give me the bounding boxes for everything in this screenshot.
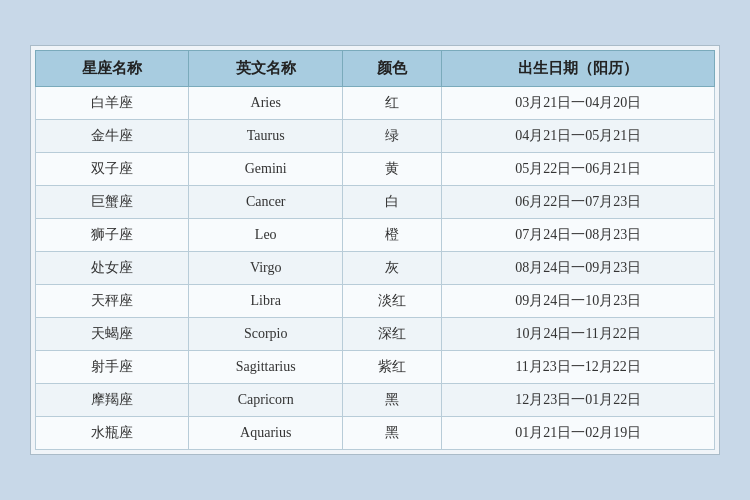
table-cell-7-3: 10月24日一11月22日 — [442, 318, 715, 351]
table-cell-7-0: 天蝎座 — [36, 318, 189, 351]
table-cell-2-2: 黄 — [342, 153, 441, 186]
table-cell-6-2: 淡红 — [342, 285, 441, 318]
table-cell-4-0: 狮子座 — [36, 219, 189, 252]
table-cell-0-1: Aries — [189, 87, 342, 120]
table-cell-10-0: 水瓶座 — [36, 417, 189, 450]
table-cell-5-2: 灰 — [342, 252, 441, 285]
table-header-row: 星座名称英文名称颜色出生日期（阳历） — [36, 51, 715, 87]
table-cell-10-3: 01月21日一02月19日 — [442, 417, 715, 450]
table-cell-8-0: 射手座 — [36, 351, 189, 384]
table-row: 射手座Sagittarius紫红11月23日一12月22日 — [36, 351, 715, 384]
table-cell-2-3: 05月22日一06月21日 — [442, 153, 715, 186]
table-cell-3-0: 巨蟹座 — [36, 186, 189, 219]
table-cell-4-3: 07月24日一08月23日 — [442, 219, 715, 252]
table-cell-7-2: 深红 — [342, 318, 441, 351]
table-cell-6-0: 天秤座 — [36, 285, 189, 318]
table-cell-6-3: 09月24日一10月23日 — [442, 285, 715, 318]
table-cell-1-3: 04月21日一05月21日 — [442, 120, 715, 153]
table-cell-9-1: Capricorn — [189, 384, 342, 417]
table-cell-6-1: Libra — [189, 285, 342, 318]
table-cell-8-2: 紫红 — [342, 351, 441, 384]
table-cell-0-3: 03月21日一04月20日 — [442, 87, 715, 120]
col-header-3: 出生日期（阳历） — [442, 51, 715, 87]
table-row: 水瓶座Aquarius黑01月21日一02月19日 — [36, 417, 715, 450]
table-row: 巨蟹座Cancer白06月22日一07月23日 — [36, 186, 715, 219]
table-cell-1-1: Taurus — [189, 120, 342, 153]
col-header-2: 颜色 — [342, 51, 441, 87]
table-cell-4-1: Leo — [189, 219, 342, 252]
col-header-1: 英文名称 — [189, 51, 342, 87]
table-cell-5-0: 处女座 — [36, 252, 189, 285]
table-row: 狮子座Leo橙07月24日一08月23日 — [36, 219, 715, 252]
table-cell-2-1: Gemini — [189, 153, 342, 186]
table-cell-10-1: Aquarius — [189, 417, 342, 450]
table-cell-9-3: 12月23日一01月22日 — [442, 384, 715, 417]
table-cell-10-2: 黑 — [342, 417, 441, 450]
table-cell-2-0: 双子座 — [36, 153, 189, 186]
zodiac-table-container: 星座名称英文名称颜色出生日期（阳历） 白羊座Aries红03月21日一04月20… — [30, 45, 720, 455]
table-row: 处女座Virgo灰08月24日一09月23日 — [36, 252, 715, 285]
table-row: 白羊座Aries红03月21日一04月20日 — [36, 87, 715, 120]
table-row: 金牛座Taurus绿04月21日一05月21日 — [36, 120, 715, 153]
col-header-0: 星座名称 — [36, 51, 189, 87]
table-cell-5-1: Virgo — [189, 252, 342, 285]
zodiac-table: 星座名称英文名称颜色出生日期（阳历） 白羊座Aries红03月21日一04月20… — [35, 50, 715, 450]
table-cell-7-1: Scorpio — [189, 318, 342, 351]
table-cell-9-2: 黑 — [342, 384, 441, 417]
table-cell-1-2: 绿 — [342, 120, 441, 153]
table-cell-8-1: Sagittarius — [189, 351, 342, 384]
table-cell-9-0: 摩羯座 — [36, 384, 189, 417]
table-row: 双子座Gemini黄05月22日一06月21日 — [36, 153, 715, 186]
table-cell-0-2: 红 — [342, 87, 441, 120]
table-cell-0-0: 白羊座 — [36, 87, 189, 120]
table-row: 摩羯座Capricorn黑12月23日一01月22日 — [36, 384, 715, 417]
table-cell-5-3: 08月24日一09月23日 — [442, 252, 715, 285]
table-cell-1-0: 金牛座 — [36, 120, 189, 153]
table-cell-4-2: 橙 — [342, 219, 441, 252]
table-cell-3-1: Cancer — [189, 186, 342, 219]
table-cell-3-2: 白 — [342, 186, 441, 219]
table-row: 天秤座Libra淡红09月24日一10月23日 — [36, 285, 715, 318]
table-cell-3-3: 06月22日一07月23日 — [442, 186, 715, 219]
table-row: 天蝎座Scorpio深红10月24日一11月22日 — [36, 318, 715, 351]
table-cell-8-3: 11月23日一12月22日 — [442, 351, 715, 384]
